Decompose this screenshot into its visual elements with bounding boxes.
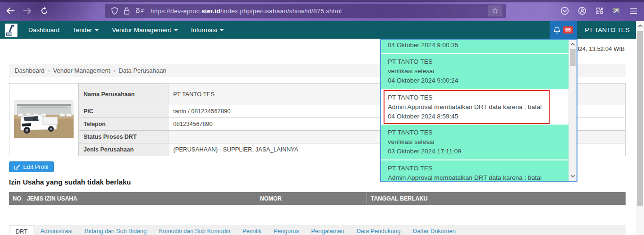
notification-time: 04 Oktober 2024 9:00:24 <box>388 76 562 85</box>
panel-divider <box>9 214 626 214</box>
star-icon: ☆ <box>492 6 499 15</box>
menu-item-dashboard[interactable]: Dashboard <box>22 21 66 39</box>
tab-bidang-dan-sub-bidang[interactable]: Bidang dan Sub Bidang <box>79 225 153 235</box>
account-icon <box>578 7 586 15</box>
notification-message: verifikasi selesai <box>388 67 562 76</box>
notification-message: verifikasi selesai <box>388 137 562 147</box>
navbar-right: 66 PT TANTO TES <box>550 21 644 39</box>
bookmark-flag-icon <box>612 7 620 15</box>
hamburger-icon <box>629 8 637 14</box>
field-label: Status Proses DRT <box>79 131 168 143</box>
puzzle-icon <box>595 7 603 15</box>
izin-usaha-heading: Izin Usaha yang sudah tidak berlaku <box>9 178 131 186</box>
column-header-nomor: NOMOR <box>256 192 367 205</box>
notification-item[interactable]: 04 Oktober 2024 9:00:35 <box>381 40 569 54</box>
tab-komoditi-dan-sub-komoditi[interactable]: Komoditi dan Sub Komoditi <box>153 225 236 235</box>
tab-daftar-dokumen[interactable]: Daftar Dokumen <box>407 225 462 235</box>
chevron-down-icon <box>174 29 178 31</box>
sier-logo[interactable]: SIER <box>0 21 22 39</box>
forward-button[interactable] <box>21 4 34 17</box>
company-photo <box>14 100 74 138</box>
menu-button[interactable] <box>627 4 640 17</box>
tab-pengurus[interactable]: Pengurus <box>268 225 305 235</box>
window-scrollbar[interactable] <box>636 21 644 235</box>
breadcrumb-data-perusahaan: Data Perusahaan <box>118 67 166 74</box>
notification-title: PT TANTO TES <box>388 164 562 173</box>
field-label: PIC <box>79 105 168 118</box>
column-header-jenis-izin-usaha: JENIS IZIN USAHA <box>23 192 256 205</box>
menu-label: Tender <box>73 26 92 34</box>
menu-label: Dashboard <box>28 26 59 34</box>
pocket-icon <box>560 7 569 15</box>
clock-timestamp: 2024, 13:52:04 WIB <box>573 46 625 52</box>
reload-icon <box>41 7 48 15</box>
breadcrumb-separator: › <box>113 67 115 74</box>
chevron-down-icon <box>95 29 99 31</box>
chevron-down-icon <box>220 29 224 31</box>
user-menu-button[interactable]: PT TANTO TES <box>577 21 644 39</box>
menu-item-vendor-management[interactable]: Vendor Management <box>105 21 184 39</box>
notification-title: PT TANTO TES <box>388 57 562 67</box>
app-navbar: SIER Dashboard Tender Vendor Management … <box>0 21 644 39</box>
scroll-up-icon[interactable] <box>569 41 577 48</box>
bell-icon <box>553 26 560 34</box>
notification-time: 03 Oktober 2024 17:11:09 <box>388 147 562 156</box>
sier-logo-icon: SIER <box>5 24 17 37</box>
menu-label: Informasi <box>191 26 217 34</box>
breadcrumb-vendor-management[interactable]: Vendor Management <box>53 67 110 74</box>
edit-profile-button[interactable]: Edit Profil <box>9 161 54 172</box>
account-button[interactable] <box>576 4 589 17</box>
notification-message: Admin Approval membatalkan DRT data kare… <box>388 102 562 112</box>
field-label: Jenis Perusahaan <box>79 143 168 156</box>
back-arrow-icon <box>6 8 15 14</box>
notification-item[interactable]: PT TANTO TES verifikasi selesai 04 Oktob… <box>381 54 569 90</box>
edit-profile-label: Edit Profil <box>23 164 49 170</box>
url-domain: sier.id <box>201 8 220 15</box>
scroll-down-icon[interactable] <box>569 172 577 180</box>
main-menu: Dashboard Tender Vendor Management Infor… <box>22 21 230 39</box>
bookmark-star-button[interactable]: ☆ <box>488 5 502 17</box>
reload-button[interactable] <box>38 4 51 17</box>
shield-icon[interactable] <box>111 7 118 15</box>
field-label: Telepon <box>79 118 168 131</box>
scrollbar-thumb[interactable] <box>570 49 576 66</box>
breadcrumb-dashboard[interactable]: Dashboard <box>15 67 45 74</box>
izin-usaha-table-header: NO JENIS IZIN USAHA NOMOR TANGGAL BERLAK… <box>9 192 626 205</box>
tab-drt[interactable]: DRT <box>9 225 34 235</box>
url-prefix: https://dev-eproc. <box>151 8 201 15</box>
column-header-no: NO <box>9 192 23 205</box>
menu-label: Vendor Management <box>112 26 171 34</box>
scrollbar-thumb[interactable] <box>637 31 643 206</box>
tab-pemilik[interactable]: Pemilik <box>236 225 268 235</box>
extensions-button[interactable] <box>593 4 606 17</box>
svg-text:SIER: SIER <box>6 33 12 35</box>
tab-administrasi[interactable]: Administrasi <box>34 225 78 235</box>
notification-item-highlighted[interactable]: PT TANTO TES Admin Approval membatalkan … <box>381 90 569 125</box>
menu-item-informasi[interactable]: Informasi <box>184 21 231 39</box>
breadcrumb-separator: › <box>48 67 50 74</box>
notification-item[interactable]: PT TANTO TES Admin Approval membatalkan … <box>381 160 569 181</box>
notifications-button[interactable]: 66 <box>550 21 577 39</box>
lock-icon[interactable] <box>124 7 130 15</box>
company-photo-cell <box>9 84 79 156</box>
notification-message: Admin Approval membatalkan DRT data kare… <box>388 173 562 181</box>
permissions-icon[interactable] <box>135 8 145 14</box>
notification-time: 04 Oktober 2024 8:59:45 <box>388 112 562 121</box>
tab-data-pendukung[interactable]: Data Pendukung <box>351 225 407 235</box>
notification-time: 04 Oktober 2024 9:00:35 <box>388 41 562 50</box>
url-text: https://dev-eproc.sier.id/index.php/peru… <box>151 8 488 15</box>
dropdown-scrollbar[interactable] <box>569 40 577 181</box>
pocket-button[interactable] <box>558 4 571 17</box>
pencil-square-icon <box>14 164 20 170</box>
browser-chrome: https://dev-eproc.sier.id/index.php/peru… <box>0 0 644 21</box>
url-bar[interactable]: https://dev-eproc.sier.id/index.php/peru… <box>105 4 506 18</box>
bookmark-flag-button[interactable] <box>610 4 623 17</box>
notification-count-badge: 66 <box>563 26 573 34</box>
notification-item[interactable]: PT TANTO TES verifikasi selesai 03 Oktob… <box>381 125 569 160</box>
back-button[interactable] <box>4 4 17 17</box>
tab-pengalaman[interactable]: Pengalaman <box>305 225 351 235</box>
scroll-up-icon[interactable] <box>636 23 644 29</box>
menu-item-tender[interactable]: Tender <box>66 21 105 39</box>
notifications-dropdown: 04 Oktober 2024 9:00:35 PT TANTO TES ver… <box>380 39 577 182</box>
url-path: /index.php/perusahaan/show/id/875.shtml <box>220 8 342 15</box>
